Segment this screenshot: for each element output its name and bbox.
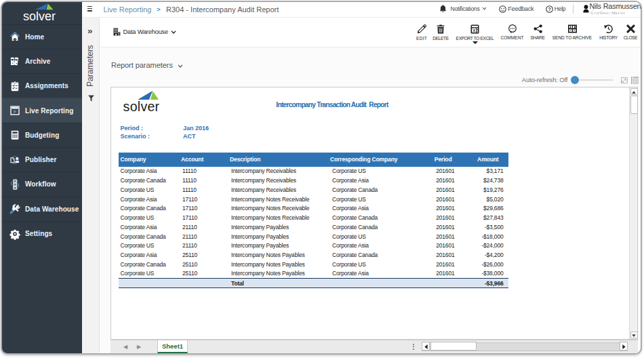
svg-text:?: ? (548, 6, 550, 11)
svg-text:X: X (472, 28, 475, 32)
